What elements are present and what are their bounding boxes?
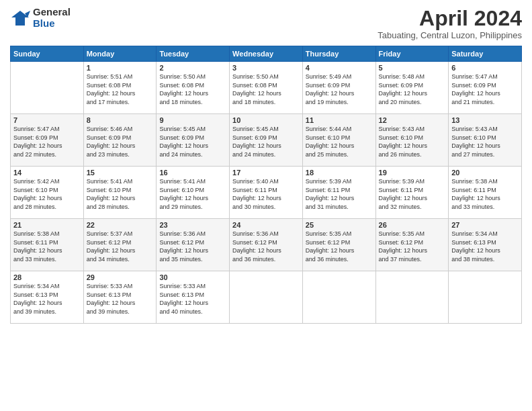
table-row: 9Sunrise: 5:45 AM Sunset: 6:09 PM Daylig… — [157, 114, 230, 167]
col-friday: Friday — [375, 46, 449, 62]
day-number: 7 — [13, 116, 81, 124]
day-number: 24 — [232, 221, 300, 229]
day-number: 21 — [13, 221, 81, 229]
day-info: Sunrise: 5:42 AM Sunset: 6:10 PM Dayligh… — [13, 177, 81, 211]
day-info: Sunrise: 5:51 AM Sunset: 6:08 PM Dayligh… — [87, 73, 154, 106]
title-area: April 2024 Tabuating, Central Luzon, Phi… — [378, 7, 522, 40]
day-number: 25 — [306, 221, 373, 229]
day-number: 15 — [87, 169, 154, 177]
day-number: 16 — [159, 169, 226, 177]
day-number: 11 — [306, 116, 373, 124]
table-row: 24Sunrise: 5:36 AM Sunset: 6:12 PM Dayli… — [230, 219, 303, 271]
day-info: Sunrise: 5:45 AM Sunset: 6:09 PM Dayligh… — [232, 125, 300, 158]
day-info: Sunrise: 5:49 AM Sunset: 6:09 PM Dayligh… — [306, 73, 373, 106]
table-row — [230, 271, 303, 324]
day-number: 30 — [159, 273, 226, 281]
day-info: Sunrise: 5:39 AM Sunset: 6:11 PM Dayligh… — [379, 177, 446, 211]
day-info: Sunrise: 5:36 AM Sunset: 6:12 PM Dayligh… — [232, 230, 300, 263]
day-info: Sunrise: 5:35 AM Sunset: 6:12 PM Dayligh… — [379, 230, 446, 263]
calendar-week-row: 28Sunrise: 5:34 AM Sunset: 6:13 PM Dayli… — [11, 271, 522, 324]
table-row: 28Sunrise: 5:34 AM Sunset: 6:13 PM Dayli… — [11, 271, 84, 324]
table-row — [449, 271, 522, 324]
table-row: 18Sunrise: 5:39 AM Sunset: 6:11 PM Dayli… — [302, 167, 375, 219]
day-number: 18 — [306, 169, 373, 177]
day-info: Sunrise: 5:50 AM Sunset: 6:08 PM Dayligh… — [159, 73, 226, 106]
day-number: 13 — [451, 116, 519, 124]
day-number: 4 — [306, 64, 373, 72]
table-row: 14Sunrise: 5:42 AM Sunset: 6:10 PM Dayli… — [11, 167, 84, 219]
day-info: Sunrise: 5:39 AM Sunset: 6:11 PM Dayligh… — [306, 177, 373, 211]
day-number: 23 — [159, 221, 226, 229]
table-row: 10Sunrise: 5:45 AM Sunset: 6:09 PM Dayli… — [230, 114, 303, 167]
table-row: 4Sunrise: 5:49 AM Sunset: 6:09 PM Daylig… — [302, 62, 375, 114]
day-number: 27 — [451, 221, 519, 229]
day-number: 6 — [451, 64, 519, 72]
location-text: Tabuating, Central Luzon, Philippines — [378, 30, 522, 40]
calendar-week-row: 1Sunrise: 5:51 AM Sunset: 6:08 PM Daylig… — [11, 62, 522, 114]
table-row: 13Sunrise: 5:43 AM Sunset: 6:10 PM Dayli… — [449, 114, 522, 167]
day-info: Sunrise: 5:47 AM Sunset: 6:09 PM Dayligh… — [13, 125, 81, 158]
day-number: 2 — [159, 64, 226, 72]
table-row: 2Sunrise: 5:50 AM Sunset: 6:08 PM Daylig… — [157, 62, 230, 114]
table-row: 30Sunrise: 5:33 AM Sunset: 6:13 PM Dayli… — [157, 271, 230, 324]
day-info: Sunrise: 5:50 AM Sunset: 6:08 PM Dayligh… — [232, 73, 300, 106]
logo: General Blue — [10, 7, 71, 29]
day-number: 19 — [379, 169, 446, 177]
logo-text: General Blue — [33, 7, 71, 29]
table-row — [302, 271, 375, 324]
day-info: Sunrise: 5:33 AM Sunset: 6:13 PM Dayligh… — [159, 282, 226, 316]
table-row: 6Sunrise: 5:47 AM Sunset: 6:09 PM Daylig… — [449, 62, 522, 114]
table-row: 8Sunrise: 5:46 AM Sunset: 6:09 PM Daylig… — [83, 114, 157, 167]
table-row: 1Sunrise: 5:51 AM Sunset: 6:08 PM Daylig… — [83, 62, 157, 114]
day-info: Sunrise: 5:45 AM Sunset: 6:09 PM Dayligh… — [159, 125, 226, 158]
col-saturday: Saturday — [449, 46, 522, 62]
col-monday: Monday — [83, 46, 157, 62]
calendar-week-row: 14Sunrise: 5:42 AM Sunset: 6:10 PM Dayli… — [11, 167, 522, 219]
day-number: 8 — [87, 116, 154, 124]
month-title: April 2024 — [378, 7, 522, 30]
table-row: 26Sunrise: 5:35 AM Sunset: 6:12 PM Dayli… — [375, 219, 449, 271]
day-info: Sunrise: 5:47 AM Sunset: 6:09 PM Dayligh… — [451, 73, 519, 106]
day-number: 3 — [232, 64, 300, 72]
table-row: 16Sunrise: 5:41 AM Sunset: 6:10 PM Dayli… — [157, 167, 230, 219]
table-row: 11Sunrise: 5:44 AM Sunset: 6:10 PM Dayli… — [302, 114, 375, 167]
logo-blue-text: Blue — [33, 18, 71, 30]
day-info: Sunrise: 5:37 AM Sunset: 6:12 PM Dayligh… — [87, 230, 154, 263]
day-info: Sunrise: 5:33 AM Sunset: 6:13 PM Dayligh… — [87, 282, 154, 316]
day-info: Sunrise: 5:41 AM Sunset: 6:10 PM Dayligh… — [87, 177, 154, 211]
day-number: 12 — [379, 116, 446, 124]
calendar-week-row: 7Sunrise: 5:47 AM Sunset: 6:09 PM Daylig… — [11, 114, 522, 167]
day-number: 22 — [87, 221, 154, 229]
day-number: 26 — [379, 221, 446, 229]
day-info: Sunrise: 5:34 AM Sunset: 6:13 PM Dayligh… — [451, 230, 519, 263]
col-tuesday: Tuesday — [157, 46, 230, 62]
page: General Blue April 2024 Tabuating, Centr… — [0, 0, 532, 411]
col-sunday: Sunday — [11, 46, 84, 62]
day-info: Sunrise: 5:34 AM Sunset: 6:13 PM Dayligh… — [13, 282, 81, 316]
day-number: 17 — [232, 169, 300, 177]
calendar-table: Sunday Monday Tuesday Wednesday Thursday… — [10, 46, 522, 324]
day-info: Sunrise: 5:41 AM Sunset: 6:10 PM Dayligh… — [159, 177, 226, 211]
day-info: Sunrise: 5:40 AM Sunset: 6:11 PM Dayligh… — [232, 177, 300, 211]
day-info: Sunrise: 5:36 AM Sunset: 6:12 PM Dayligh… — [159, 230, 226, 263]
day-info: Sunrise: 5:43 AM Sunset: 6:10 PM Dayligh… — [379, 125, 446, 158]
table-row — [11, 62, 84, 114]
day-info: Sunrise: 5:46 AM Sunset: 6:09 PM Dayligh… — [87, 125, 154, 158]
day-number: 20 — [451, 169, 519, 177]
day-info: Sunrise: 5:35 AM Sunset: 6:12 PM Dayligh… — [306, 230, 373, 263]
table-row: 12Sunrise: 5:43 AM Sunset: 6:10 PM Dayli… — [375, 114, 449, 167]
table-row: 29Sunrise: 5:33 AM Sunset: 6:13 PM Dayli… — [83, 271, 157, 324]
logo-general-text: General — [33, 7, 71, 18]
day-info: Sunrise: 5:43 AM Sunset: 6:10 PM Dayligh… — [451, 125, 519, 158]
day-number: 9 — [159, 116, 226, 124]
table-row: 15Sunrise: 5:41 AM Sunset: 6:10 PM Dayli… — [83, 167, 157, 219]
logo-bird-icon — [10, 8, 30, 28]
table-row: 17Sunrise: 5:40 AM Sunset: 6:11 PM Dayli… — [230, 167, 303, 219]
table-row: 20Sunrise: 5:38 AM Sunset: 6:11 PM Dayli… — [449, 167, 522, 219]
table-row — [375, 271, 449, 324]
col-wednesday: Wednesday — [230, 46, 303, 62]
day-info: Sunrise: 5:38 AM Sunset: 6:11 PM Dayligh… — [451, 177, 519, 211]
table-row: 3Sunrise: 5:50 AM Sunset: 6:08 PM Daylig… — [230, 62, 303, 114]
table-row: 25Sunrise: 5:35 AM Sunset: 6:12 PM Dayli… — [302, 219, 375, 271]
table-row: 27Sunrise: 5:34 AM Sunset: 6:13 PM Dayli… — [449, 219, 522, 271]
